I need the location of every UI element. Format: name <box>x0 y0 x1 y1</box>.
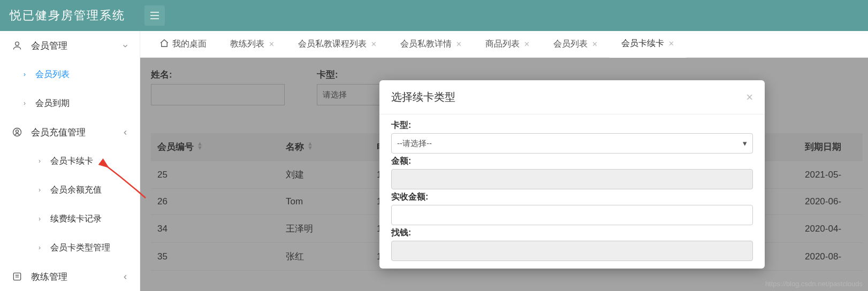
badge-icon <box>12 127 22 137</box>
sidebar-item-card-type-mgmt[interactable]: › 会员卡类型管理 <box>0 233 140 262</box>
sidebar-item-label: 会员卡类型管理 <box>50 242 110 254</box>
tab-coach-list[interactable]: 教练列表 ✕ <box>218 31 286 58</box>
sidebar-item-renew-record[interactable]: › 续费续卡记录 <box>0 204 140 233</box>
chevron-left-icon <box>121 273 129 280</box>
sidebar-item-label: 会员到期 <box>35 98 70 109</box>
sidebar-item-label: 续费续卡记录 <box>50 213 102 225</box>
home-icon <box>159 39 169 50</box>
filter-name-input[interactable] <box>151 84 285 105</box>
col-name[interactable]: 名称▲▼ <box>279 133 370 161</box>
field-cardtype-select[interactable]: --请选择-- ▾ <box>391 133 753 154</box>
tab-label: 我的桌面 <box>172 39 207 50</box>
sidebar-item-label: 教练管理 <box>31 271 67 283</box>
chevron-left-icon <box>121 128 129 136</box>
watermark: https://blog.csdn.net/pastclouds <box>765 280 863 288</box>
close-icon[interactable]: ✕ <box>668 40 674 48</box>
menu-toggle-button[interactable] <box>144 5 165 26</box>
tab-label: 会员列表 <box>553 39 588 50</box>
modal-title: 选择续卡类型 <box>391 90 455 104</box>
sidebar-group-recharge[interactable]: 会员充值管理 <box>0 118 140 147</box>
field-change-input <box>391 241 753 261</box>
sidebar-item-label: 会员列表 <box>35 69 70 80</box>
tab-member-list[interactable]: 会员列表 ✕ <box>542 31 610 58</box>
tab-label: 教练列表 <box>230 39 264 50</box>
field-amount-input <box>391 169 753 189</box>
tabs: 我的桌面 教练列表 ✕ 会员私教课程列表 ✕ 会员私教详情 ✕ 商品列表 ✕ 会… <box>140 31 868 58</box>
sidebar-item-label: 会员余额充值 <box>50 185 102 196</box>
field-paid-label: 实收金额: <box>391 192 753 203</box>
chevron-right-icon: › <box>39 157 41 165</box>
svg-point-0 <box>16 42 19 45</box>
sidebar-group-coach[interactable]: 教练管理 <box>0 262 140 291</box>
chevron-right-icon: › <box>24 71 26 78</box>
sidebar-item-member-list[interactable]: › 会员列表 <box>0 60 140 89</box>
filter-cardtype-label: 卡型: <box>317 68 451 81</box>
chevron-right-icon: › <box>39 244 41 251</box>
sidebar-item-member-expire[interactable]: › 会员到期 <box>0 89 140 118</box>
tab-desktop[interactable]: 我的桌面 <box>148 31 218 58</box>
sidebar: 会员管理 › 会员列表 › 会员到期 会员充值管理 › 会员卡续卡 <box>0 31 140 291</box>
chevron-right-icon: › <box>39 186 41 194</box>
chevron-right-icon: › <box>39 215 41 223</box>
sidebar-item-label: 会员管理 <box>31 40 67 52</box>
svg-point-1 <box>13 128 21 136</box>
sidebar-item-card-renew[interactable]: › 会员卡续卡 <box>0 147 140 175</box>
sort-icon: ▲▼ <box>197 141 203 150</box>
select-value: 请选择 <box>323 90 347 100</box>
modal-renew: 选择续卡类型 × 卡型: --请选择-- ▾ 金额: 实收金额: 找钱: <box>379 80 765 269</box>
field-amount-label: 金额: <box>391 156 753 167</box>
topbar: 悦已健身房管理系统 <box>0 0 868 31</box>
tab-label: 会员卡续卡 <box>621 38 664 49</box>
svg-point-2 <box>16 130 19 133</box>
close-icon[interactable]: ✕ <box>269 40 275 48</box>
tab-course-list[interactable]: 会员私教课程列表 ✕ <box>286 31 389 58</box>
close-icon[interactable]: ✕ <box>592 40 598 48</box>
close-icon[interactable]: × <box>746 90 753 104</box>
close-icon[interactable]: ✕ <box>456 40 462 48</box>
app-title: 悦已健身房管理系统 <box>10 7 125 24</box>
chevron-right-icon: › <box>24 99 26 107</box>
select-value: --请选择-- <box>397 139 432 149</box>
user-icon <box>12 40 22 51</box>
filter-name-label: 姓名: <box>151 68 285 81</box>
tab-card-renew[interactable]: 会员卡续卡 ✕ <box>610 31 686 58</box>
chevron-down-icon: ▾ <box>743 139 747 148</box>
tab-label: 商品列表 <box>485 39 520 50</box>
chevron-down-icon <box>121 42 129 49</box>
tab-product-list[interactable]: 商品列表 ✕ <box>474 31 542 58</box>
field-paid-input[interactable] <box>391 205 753 225</box>
list-icon <box>12 271 22 282</box>
field-cardtype-label: 卡型: <box>391 120 753 131</box>
sidebar-item-label: 会员充值管理 <box>31 126 86 139</box>
tab-label: 会员私教课程列表 <box>298 39 367 50</box>
sidebar-item-balance-recharge[interactable]: › 会员余额充值 <box>0 175 140 204</box>
tab-coach-detail[interactable]: 会员私教详情 ✕ <box>389 31 474 58</box>
menu-icon <box>150 12 159 19</box>
sidebar-item-label: 会员卡续卡 <box>50 156 93 167</box>
close-icon[interactable]: ✕ <box>371 40 377 48</box>
sort-icon: ▲▼ <box>307 141 313 150</box>
svg-rect-3 <box>13 273 20 280</box>
field-change-label: 找钱: <box>391 227 753 239</box>
sidebar-group-member[interactable]: 会员管理 <box>0 31 140 60</box>
col-id[interactable]: 会员编号▲▼ <box>151 133 279 161</box>
tab-label: 会员私教详情 <box>400 39 452 50</box>
col-date[interactable]: 到期日期 <box>798 133 863 161</box>
close-icon[interactable]: ✕ <box>524 40 530 48</box>
